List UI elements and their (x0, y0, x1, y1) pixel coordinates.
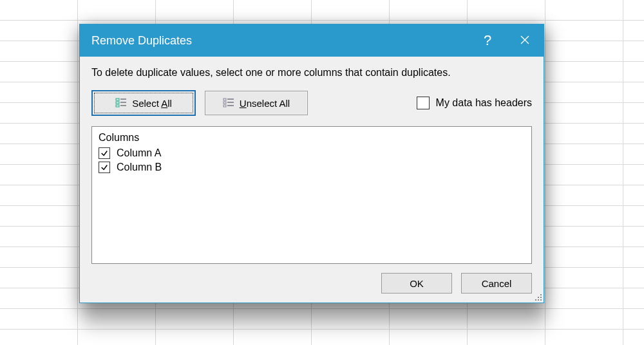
columns-list-header: Columns (99, 131, 525, 146)
headers-checkbox-label: My data has headers (436, 97, 532, 109)
svg-rect-1 (116, 102, 119, 104)
column-label: Column B (117, 162, 162, 173)
sheet-cell[interactable] (545, 247, 623, 268)
headers-checkbox-box (417, 97, 430, 109)
sheet-cell[interactable] (0, 82, 78, 103)
my-data-has-headers-checkbox[interactable]: My data has headers (417, 97, 532, 109)
sheet-cell[interactable] (0, 41, 78, 62)
sheet-cell[interactable] (545, 82, 623, 103)
sheet-cell[interactable] (545, 206, 623, 227)
sheet-cell[interactable] (623, 82, 644, 103)
dialog-body: To delete duplicate values, select one o… (80, 57, 544, 303)
sheet-cell[interactable] (623, 124, 644, 144)
sheet-cell[interactable] (0, 288, 78, 309)
close-button[interactable] (506, 24, 544, 57)
sheet-cell[interactable] (390, 330, 468, 345)
column-checkbox[interactable] (99, 162, 110, 173)
columns-listbox[interactable]: Columns Column AColumn B (91, 126, 532, 264)
sheet-cell[interactable] (623, 268, 644, 288)
sheet-cell[interactable] (0, 227, 78, 247)
sheet-cell[interactable] (468, 0, 545, 21)
sheet-cell[interactable] (234, 0, 312, 21)
close-icon (520, 33, 530, 48)
sheet-cell[interactable] (545, 330, 623, 345)
sheet-cell[interactable] (0, 0, 78, 21)
sheet-cell[interactable] (545, 103, 623, 124)
column-list-item[interactable]: Column A (99, 146, 525, 160)
sheet-cell[interactable] (312, 0, 390, 21)
sheet-cell[interactable] (156, 330, 234, 345)
column-list-item[interactable]: Column B (99, 160, 525, 174)
sheet-cell[interactable] (156, 0, 234, 21)
column-checkbox[interactable] (99, 147, 110, 159)
svg-rect-0 (116, 98, 119, 100)
svg-rect-7 (223, 102, 226, 104)
sheet-cell[interactable] (0, 103, 78, 124)
sheet-cell[interactable] (468, 330, 545, 345)
sheet-cell[interactable] (623, 144, 644, 165)
sheet-cell[interactable] (0, 247, 78, 268)
dialog-title: Remove Duplicates (91, 34, 469, 48)
sheet-cell[interactable] (545, 41, 623, 62)
sheet-cell[interactable] (0, 124, 78, 144)
ok-button[interactable]: OK (381, 273, 452, 294)
sheet-cell[interactable] (623, 330, 644, 345)
sheet-cell[interactable] (545, 227, 623, 247)
sheet-cell[interactable] (0, 21, 78, 41)
sheet-cell[interactable] (545, 309, 623, 330)
sheet-cell[interactable] (545, 62, 623, 82)
sheet-cell[interactable] (545, 144, 623, 165)
sheet-cell[interactable] (312, 330, 390, 345)
sheet-row (0, 330, 644, 345)
sheet-cell[interactable] (0, 268, 78, 288)
sheet-cell[interactable] (623, 165, 644, 185)
sheet-row (0, 0, 644, 21)
unselect-all-icon (223, 97, 234, 109)
help-button[interactable]: ? (469, 24, 506, 57)
sheet-cell[interactable] (0, 165, 78, 185)
instruction-text: To delete duplicate values, select one o… (91, 67, 532, 79)
sheet-cell[interactable] (623, 41, 644, 62)
sheet-cell[interactable] (545, 268, 623, 288)
sheet-cell[interactable] (623, 288, 644, 309)
sheet-cell[interactable] (545, 0, 623, 21)
help-icon: ? (484, 32, 491, 49)
unselect-all-label: Unselect All (240, 98, 290, 109)
sheet-cell[interactable] (78, 0, 156, 21)
sheet-cell[interactable] (623, 185, 644, 206)
sheet-cell[interactable] (623, 21, 644, 41)
sheet-cell[interactable] (0, 309, 78, 330)
cancel-button[interactable]: Cancel (461, 273, 532, 294)
sheet-cell[interactable] (545, 185, 623, 206)
svg-rect-6 (223, 98, 226, 100)
toolbar: Select All Unselect All (91, 88, 532, 126)
titlebar[interactable]: Remove Duplicates ? (80, 24, 544, 57)
sheet-cell[interactable] (623, 62, 644, 82)
sheet-cell[interactable] (0, 62, 78, 82)
sheet-cell[interactable] (545, 124, 623, 144)
unselect-all-button[interactable]: Unselect All (205, 91, 308, 115)
sheet-cell[interactable] (0, 144, 78, 165)
sheet-cell[interactable] (0, 206, 78, 227)
sheet-cell[interactable] (545, 288, 623, 309)
sheet-cell[interactable] (545, 21, 623, 41)
sheet-cell[interactable] (623, 103, 644, 124)
sheet-cell[interactable] (623, 206, 644, 227)
sheet-cell[interactable] (623, 227, 644, 247)
sheet-cell[interactable] (78, 330, 156, 345)
sheet-cell[interactable] (623, 247, 644, 268)
sheet-cell[interactable] (545, 165, 623, 185)
sheet-cell[interactable] (390, 0, 468, 21)
resize-grip[interactable] (533, 292, 542, 301)
svg-rect-2 (116, 105, 119, 107)
select-all-icon (115, 97, 127, 109)
sheet-cell[interactable] (623, 0, 644, 21)
sheet-cell[interactable] (0, 330, 78, 345)
select-all-button[interactable]: Select All (91, 90, 196, 116)
remove-duplicates-dialog: Remove Duplicates ? To delete duplicate … (79, 24, 544, 303)
sheet-cell[interactable] (623, 309, 644, 330)
sheet-cell[interactable] (234, 330, 312, 345)
sheet-cell[interactable] (0, 185, 78, 206)
svg-rect-8 (223, 105, 226, 107)
dialog-footer: OK Cancel (91, 264, 532, 294)
